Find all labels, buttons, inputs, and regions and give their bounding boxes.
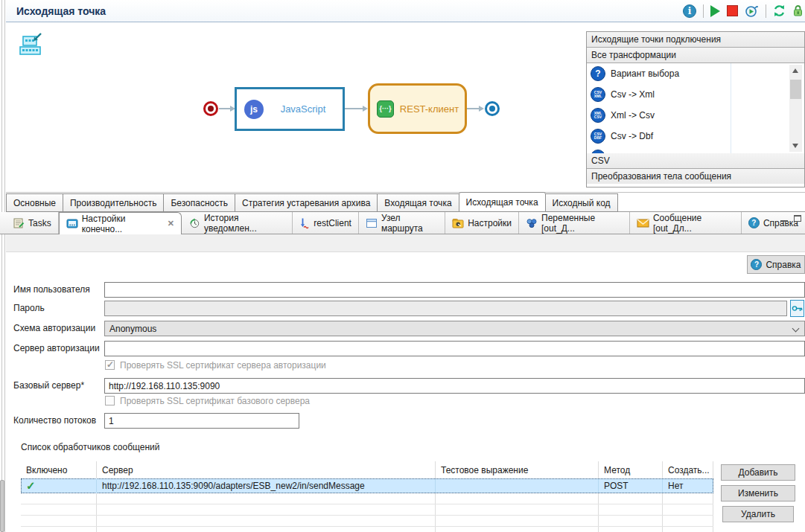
table-row[interactable]: http://192.168.110.135:9090/adapters/ESB…: [21, 478, 713, 493]
palette-section-transforms[interactable]: Все трансформации: [587, 48, 804, 63]
table-row: [21, 516, 713, 527]
username-input[interactable]: [104, 282, 805, 298]
username-label: Имя пользователя: [13, 284, 90, 295]
view-tab-variables[interactable]: Переменные [out_Д...: [519, 212, 630, 234]
add-button[interactable]: Добавить: [721, 464, 795, 481]
add-button-label: Добавить: [738, 467, 777, 478]
tab-label: Основные: [13, 198, 56, 208]
column-header-method[interactable]: Метод: [599, 461, 663, 478]
palette-item-xml-csv[interactable]: XMLCSV Xml -> Csv: [587, 105, 780, 126]
view-tab-label: Tasks: [28, 218, 51, 228]
envelope-icon: [637, 219, 649, 228]
palette-item-label: Dbf -> Csv: [611, 152, 653, 153]
handlers-title: Список обработчиков сообщений: [21, 442, 159, 452]
left-splitter[interactable]: [1, 0, 2, 532]
ssl-base-checkbox: [105, 396, 115, 406]
refresh-icon[interactable]: [773, 4, 786, 17]
left-scrollbar[interactable]: [0, 480, 4, 532]
editor-tab-bar: Основные Производительность Безопасность…: [6, 192, 805, 212]
view-tab-label: История уведомлен...: [204, 213, 285, 234]
scroll-down-icon[interactable]: [792, 144, 798, 148]
palette-item-csv-dbf[interactable]: CSVDBF Csv -> Dbf: [587, 126, 780, 147]
scroll-up-icon[interactable]: [792, 68, 798, 73]
flow-start-node[interactable]: [203, 101, 218, 116]
lock-icon[interactable]: [792, 4, 804, 17]
palette-item-csv-xml[interactable]: CSVXML Csv -> Xml: [587, 84, 780, 105]
view-tab-message[interactable]: Сообщение [out_Дл...: [630, 212, 742, 234]
toolbar-divider: [766, 4, 766, 18]
question-icon: ?: [591, 66, 605, 81]
stop-icon[interactable]: [727, 5, 738, 16]
minimize-icon[interactable]: [780, 215, 788, 222]
column-header-enabled[interactable]: Включено: [21, 461, 97, 478]
tab-ishodnyj-kod[interactable]: Исходный код: [546, 193, 618, 212]
palette-section-csv[interactable]: CSV: [587, 153, 804, 169]
resume-icon[interactable]: [745, 4, 759, 18]
delete-button[interactable]: Удалить: [722, 506, 794, 522]
view-tab-bar: Tasks Настройки конечно... ✕ История уве…: [0, 212, 805, 234]
palette-section-endpoints[interactable]: Исходящие точки подключения: [587, 32, 804, 48]
node-label: REST-клиент: [394, 103, 465, 115]
tab-bezopasnost[interactable]: Безопасность: [163, 193, 235, 212]
column-header-server[interactable]: Сервер: [97, 461, 436, 478]
palette-item-label: Xml -> Csv: [611, 110, 655, 121]
tab-vhodyashchaya-tochka[interactable]: Входящая точка: [377, 193, 458, 212]
restore-icon[interactable]: [794, 215, 801, 222]
view-tab-endpoint-settings[interactable]: Настройки конечно... ✕: [59, 212, 182, 234]
rest-client-settings-form: ? Справка Имя пользователя Пароль Схема …: [6, 252, 805, 532]
scrollbar-thumb[interactable]: [790, 80, 801, 99]
history-icon: [188, 217, 200, 229]
base-server-label: Базовый сервер*: [13, 380, 84, 391]
key-icon: [792, 304, 803, 314]
threads-input[interactable]: [104, 413, 299, 429]
help-button-label: Справка: [766, 260, 801, 270]
tab-ishodyashchaya-tochka[interactable]: Исходящая точка: [459, 192, 546, 212]
password-key-button[interactable]: [790, 300, 804, 317]
tab-strategiya-arhiva[interactable]: Стратегия устаревания архива: [235, 193, 377, 212]
auth-server-input[interactable]: [104, 341, 805, 356]
close-icon[interactable]: ✕: [168, 219, 174, 228]
javascript-icon: js: [244, 100, 264, 119]
ssl-auth-checkbox: [105, 360, 115, 370]
column-header-test-expression[interactable]: Тестовое выражение: [436, 461, 599, 478]
app-window: Исходящая точка i: [0, 0, 805, 532]
flow-end-node[interactable]: [485, 101, 500, 116]
info-icon[interactable]: i: [683, 4, 696, 18]
cell-test-expression: [436, 478, 599, 493]
flow-node-javascript[interactable]: js JavaScript: [235, 87, 345, 131]
view-tab-restclient[interactable]: restClient: [293, 212, 359, 234]
tab-osnovnye[interactable]: Основные: [6, 193, 63, 212]
auth-scheme-select[interactable]: Anonymous: [104, 321, 805, 336]
view-tab-settings[interactable]: Настройки: [445, 212, 519, 234]
view-tab-notification-history[interactable]: История уведомлен...: [182, 212, 293, 234]
view-tab-tasks[interactable]: Tasks: [6, 212, 59, 234]
view-tab-route-node[interactable]: Узел маршрута: [359, 212, 445, 234]
section-label: Исходящие точки подключения: [591, 34, 721, 45]
section-label: Преобразования тела сообщения: [591, 171, 731, 182]
palette-list: ? Вариант выбора CSVXML Csv -> Xml XMLCS…: [587, 63, 804, 153]
flow-node-rest-client[interactable]: {···} REST-клиент: [368, 83, 467, 134]
tab-label: Производительность: [70, 198, 156, 208]
delete-button-label: Удалить: [741, 509, 775, 519]
view-tab-label: restClient: [314, 218, 351, 228]
left-splitter-inner: [4, 0, 5, 532]
palette-scrollbar[interactable]: [789, 65, 802, 152]
help-button[interactable]: ? Справка: [747, 255, 805, 274]
editor-toolbar: i: [683, 4, 805, 18]
section-label: Все трансформации: [591, 50, 676, 60]
help-icon: ?: [751, 259, 762, 270]
palette-item-variant[interactable]: ? Вариант выбора: [587, 63, 780, 84]
table-row: [21, 504, 713, 516]
console-icon: [66, 219, 78, 229]
base-server-input[interactable]: [104, 378, 805, 394]
tab-proizvoditelnost[interactable]: Производительность: [63, 193, 163, 212]
run-icon[interactable]: [710, 5, 720, 17]
edit-button[interactable]: Изменить: [721, 485, 795, 501]
palette-item-dbf-csv[interactable]: DBFCSV Dbf -> Csv: [587, 147, 780, 153]
rest-client-icon: {···}: [377, 100, 394, 118]
enabled-check-icon: [21, 478, 97, 493]
palette-section-body[interactable]: Преобразования тела сообщения: [587, 169, 804, 184]
help-icon: ?: [748, 217, 760, 228]
column-header-create[interactable]: Создать...: [663, 461, 713, 478]
flow-canvas[interactable]: js JavaScript {···} REST-клиент Исходящи…: [6, 22, 805, 192]
